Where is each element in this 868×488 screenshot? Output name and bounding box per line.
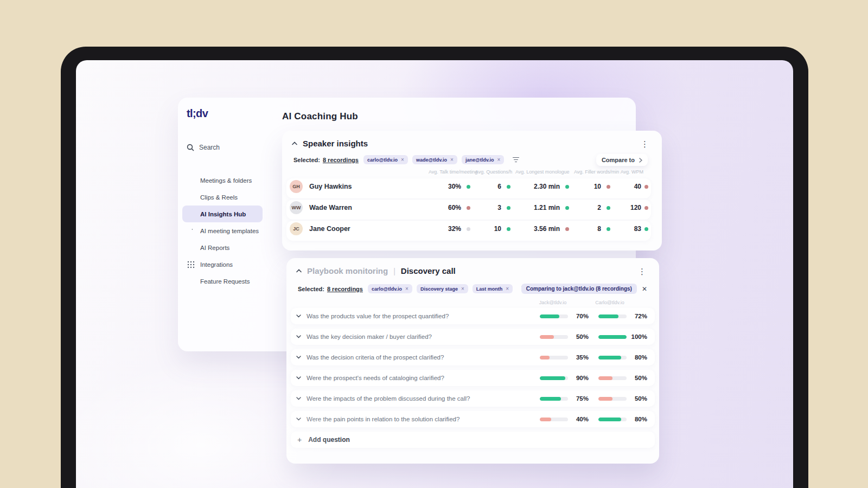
question-row[interactable]: Were the pain points in relation to the … (291, 411, 655, 427)
column-header: Avg. Filler words/min (574, 169, 615, 175)
close-icon[interactable]: × (497, 157, 501, 163)
metric-value: 10 (574, 183, 601, 190)
progress-percent: 72% (627, 313, 647, 319)
sidebar-item-integrations[interactable]: Integrations (182, 256, 263, 273)
progress-percent: 50% (627, 395, 647, 402)
sidebar-item-meetings-folders[interactable]: Meetings & folders (182, 172, 263, 189)
metric-value: 10 (475, 225, 501, 233)
plus-icon: + (297, 435, 302, 444)
selected-recordings-link[interactable]: 8 recordings (327, 286, 363, 292)
close-icon[interactable]: × (450, 157, 454, 163)
chevron-down-icon[interactable] (296, 356, 301, 359)
collapse-chevron-up-icon[interactable] (296, 269, 302, 273)
laptop-screen: tl;dv Search Meetings & foldersClips & R… (76, 60, 793, 488)
progress-bar (598, 356, 627, 359)
status-dot-green (565, 185, 569, 189)
sidebar-item-feature-requests[interactable]: Feature Requests (182, 273, 263, 290)
compare-to-button[interactable]: Compare to (596, 154, 648, 166)
progress-bar (598, 376, 627, 380)
filter-chip[interactable]: carlo@tldv.io× (368, 284, 412, 293)
chevron-right-icon (639, 158, 642, 163)
add-question-button[interactable]: + Add question (291, 432, 655, 448)
metric-value: 120 (615, 204, 641, 211)
question-row[interactable]: Were the prospect's needs of cataloging … (291, 370, 655, 386)
progress-percent: 50% (627, 375, 647, 381)
table-row[interactable]: WWWade Warren60%31.21 min2120 (286, 200, 651, 220)
question-row[interactable]: Was the products value for the prospect … (291, 308, 655, 324)
filter-chip[interactable]: jane@tldv.io× (462, 155, 504, 164)
metric-value: 1.21 min (515, 204, 560, 211)
status-dot-red (607, 185, 610, 189)
progress-percent: 35% (568, 354, 589, 361)
progress-bar (540, 335, 568, 339)
avatar: WW (290, 201, 303, 214)
progress-percent: 80% (627, 354, 647, 361)
chevron-down-icon[interactable] (296, 314, 301, 318)
close-icon[interactable]: × (461, 286, 464, 292)
add-question-label: Add question (308, 436, 350, 444)
status-dot-red (644, 185, 648, 189)
metric-value: 3.56 min (515, 225, 560, 233)
table-row[interactable]: GHGuy Hawkins30%62.30 min1040 (286, 178, 651, 198)
question-row[interactable]: Were the impacts of the problem discusse… (291, 390, 655, 407)
comparing-chip[interactable]: Comparing to jack@tldv.io (8 recordings) (521, 284, 637, 294)
progress-fill-green (540, 314, 559, 318)
tag-icon (187, 227, 195, 235)
progress-fill-pink (598, 397, 612, 401)
progress-bar (540, 376, 568, 380)
search-icon (187, 144, 194, 151)
close-icon[interactable]: ✕ (642, 285, 647, 293)
selected-recordings-link[interactable]: 8 recordings (323, 157, 359, 163)
filter-chip[interactable]: carlo@tldv.io× (363, 155, 408, 164)
status-dot-green (507, 185, 510, 189)
status-dot-green (565, 206, 569, 210)
question-metrics: 40%80% (540, 416, 655, 422)
sidebar-item-ai-reports[interactable]: AI Reports (182, 239, 263, 256)
chevron-down-icon[interactable] (296, 335, 301, 338)
speaker-filter-chips: carlo@tldv.io×wade@tldv.io×jane@tldv.io× (363, 155, 504, 164)
filter-chip-label: Discovery stage (420, 286, 458, 292)
kebab-menu-icon[interactable]: ⋮ (639, 138, 651, 150)
search-button[interactable]: Search (187, 144, 220, 151)
column-header: Avg. Longest monologue (515, 169, 574, 175)
table-row[interactable]: JCJane Cooper32%103.56 min883 (286, 221, 651, 241)
collapse-chevron-up-icon[interactable] (292, 142, 297, 145)
filter-chip[interactable]: Last month× (473, 284, 513, 293)
progress-fill-green (598, 418, 621, 421)
close-icon[interactable]: × (405, 286, 409, 292)
filter-icon[interactable] (511, 156, 521, 164)
progress-percent: 50% (568, 333, 589, 340)
question-row[interactable]: Was the key decision maker / buyer clari… (291, 329, 655, 345)
status-dot-green (507, 206, 510, 210)
sidebar-item-clips-reels[interactable]: Clips & Reels (182, 189, 263, 206)
progress-fill-green (598, 356, 621, 359)
filter-chip-label: jane@tldv.io (465, 157, 494, 163)
chevron-down-icon[interactable] (296, 376, 301, 380)
metric-value: 2.30 min (515, 183, 560, 190)
filter-chip-label: carlo@tldv.io (372, 286, 402, 292)
speaker-insights-panel: Speaker insights ⋮ Selected: 8 recording… (282, 131, 662, 251)
close-icon[interactable]: × (506, 286, 509, 292)
chevron-down-icon[interactable] (296, 397, 301, 400)
sidebar-item-label: AI Reports (200, 245, 229, 251)
sidebar-item-ai-meeting-templates[interactable]: AI meeting templates (182, 222, 263, 239)
status-dot-green (644, 227, 648, 231)
progress-fill-pink (598, 376, 612, 380)
question-row[interactable]: Was the decision criteria of the prospec… (291, 349, 655, 365)
sidebar-item-label: AI meeting templates (200, 228, 259, 234)
progress-percent: 75% (568, 395, 589, 402)
kebab-menu-icon[interactable]: ⋮ (636, 265, 648, 278)
chevron-down-icon[interactable] (296, 418, 301, 421)
progress-bar (598, 335, 627, 339)
sidebar-item-ai-insights-hub[interactable]: AI Insights Hub (182, 206, 263, 222)
speaker-table-columns: Avg. Talk time/meetingAvg. Questions/hAv… (286, 169, 651, 175)
progress-bar (598, 314, 627, 318)
close-icon[interactable]: × (401, 157, 404, 163)
compare-to-label: Compare to (602, 157, 635, 163)
progress-fill-green (598, 314, 618, 318)
video-camera-icon (187, 176, 195, 185)
metric-value: 6 (475, 183, 501, 190)
filter-chip[interactable]: Discovery stage× (417, 284, 468, 293)
question-text: Were the impacts of the problem discusse… (307, 395, 470, 402)
filter-chip[interactable]: wade@tldv.io× (412, 155, 457, 164)
